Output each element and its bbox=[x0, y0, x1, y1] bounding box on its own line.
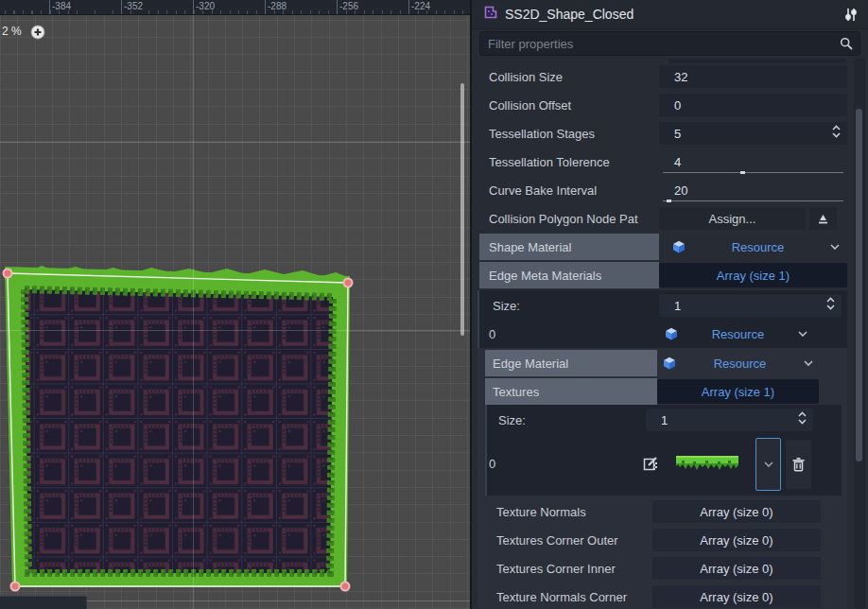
spin-updown-icon[interactable] bbox=[831, 125, 842, 142]
property-label: Collision Offset bbox=[479, 98, 659, 113]
slider-grabber[interactable] bbox=[740, 171, 745, 174]
property-row: Tessellation Stages 5 bbox=[479, 120, 847, 147]
resource-cube-icon bbox=[672, 240, 686, 253]
tune-icon bbox=[843, 7, 859, 23]
filter-properties-box bbox=[479, 31, 860, 56]
texture-item-row: 0 bbox=[479, 433, 847, 494]
property-row: Texture Normals Corner Array (size 0) bbox=[479, 583, 847, 609]
trash-icon bbox=[791, 457, 806, 472]
property-row: Collision Polygon Node Pat Assign... bbox=[479, 205, 847, 232]
textures-size-field[interactable]: 1 bbox=[646, 409, 813, 431]
2d-viewport[interactable]: -384 -352 -320 -288 -256 -224 2 % bbox=[0, 0, 470, 609]
array-item-row: 0 Resource bbox=[479, 321, 847, 347]
ruler-label: -352 bbox=[124, 1, 143, 11]
edge-material-resource-dropdown[interactable]: Resource bbox=[657, 357, 819, 371]
array-size-label: Size: bbox=[479, 413, 646, 427]
grid-major-line bbox=[0, 330, 470, 331]
canvas-grid[interactable]: 2 % bbox=[0, 15, 470, 609]
viewport-vertical-scrollbar[interactable] bbox=[460, 83, 464, 336]
slider-grabber[interactable] bbox=[667, 200, 671, 202]
resource-cube-icon bbox=[663, 357, 676, 370]
edit-texture-icon bbox=[643, 456, 659, 472]
texture-normals-corner-array-button[interactable]: Array (size 0) bbox=[652, 585, 821, 608]
textures-corner-outer-array-button[interactable]: Array (size 0) bbox=[652, 529, 821, 551]
tessellation-tolerence-field[interactable]: 4 bbox=[659, 150, 847, 173]
spin-updown-icon[interactable] bbox=[825, 297, 836, 314]
edit-texture-button[interactable] bbox=[643, 456, 659, 476]
textures-corner-inner-array-button[interactable]: Array (size 0) bbox=[652, 557, 821, 580]
chevron-down-icon bbox=[764, 461, 773, 467]
ruler-label: -288 bbox=[268, 1, 286, 11]
inspector-header: SS2D_Shape_Closed bbox=[472, 0, 868, 29]
bottom-panel-corner bbox=[0, 596, 87, 609]
assign-node-path-button[interactable]: Assign... bbox=[659, 207, 806, 230]
ruler-label: -256 bbox=[339, 1, 358, 11]
property-row: Textures Array (size 1) bbox=[479, 378, 847, 405]
chevron-down-icon bbox=[804, 360, 813, 366]
texture-options-dropdown[interactable] bbox=[755, 438, 781, 491]
textures-array-button[interactable]: Array (size 1) bbox=[657, 379, 819, 404]
property-row: Texture Normals Array (size 0) bbox=[479, 498, 847, 525]
property-label: Tessellation Stages bbox=[479, 127, 659, 141]
property-label: Textures Corner Outer bbox=[479, 533, 652, 548]
property-label: Collision Polygon Node Pat bbox=[479, 212, 659, 226]
array-index-label: 0 bbox=[479, 457, 659, 471]
array-index-label: 0 bbox=[479, 327, 659, 341]
pick-node-path-button[interactable] bbox=[809, 207, 837, 230]
collision-offset-field[interactable]: 0 bbox=[659, 94, 847, 116]
horizontal-ruler: -384 -352 -320 -288 -256 -224 bbox=[0, 0, 470, 15]
array-size-row: Size: 1 bbox=[479, 292, 847, 319]
tessellation-stages-field[interactable]: 5 bbox=[659, 122, 847, 145]
delete-texture-button[interactable] bbox=[786, 440, 811, 489]
property-label: Shape Material bbox=[479, 234, 659, 260]
edge-meta-size-field[interactable]: 1 bbox=[659, 294, 842, 317]
ruler-label: -384 bbox=[52, 1, 71, 11]
property-row: Edge Meta Materials Array (size 1) bbox=[479, 262, 847, 288]
point-handle-bottom-left[interactable] bbox=[11, 583, 20, 591]
ss2d-shape[interactable] bbox=[0, 246, 361, 600]
property-label: Edge Material bbox=[485, 350, 657, 376]
node-path-pick-icon bbox=[817, 213, 829, 225]
property-row: Shape Material Resource bbox=[479, 234, 847, 260]
property-row: Collision Size 32 bbox=[479, 63, 847, 90]
property-row: Curve Bake Interval 20 bbox=[479, 177, 847, 203]
shape-fill-texture bbox=[25, 289, 333, 573]
slider-track[interactable] bbox=[663, 172, 843, 173]
collision-size-field[interactable]: 32 bbox=[659, 65, 847, 88]
property-label: Textures Corner Inner bbox=[479, 562, 652, 576]
property-row: Collision Offset 0 bbox=[479, 92, 847, 118]
shape-material-resource-dropdown[interactable]: Resource bbox=[659, 240, 847, 254]
property-row: Textures Corner Outer Array (size 0) bbox=[479, 527, 847, 553]
property-label: Edge Meta Materials bbox=[479, 262, 659, 288]
edge-meta-item-resource-dropdown[interactable]: Resource bbox=[659, 327, 847, 341]
grass-texture-thumbnail bbox=[676, 453, 738, 474]
chevron-down-icon bbox=[798, 331, 807, 337]
inspector-tools-button[interactable] bbox=[843, 7, 859, 23]
property-label: Collision Size bbox=[479, 70, 659, 84]
property-label: Textures bbox=[485, 378, 657, 405]
texture-preview[interactable] bbox=[676, 453, 738, 478]
resource-cube-icon bbox=[665, 327, 678, 340]
ss2d-shape-icon bbox=[483, 5, 498, 24]
chevron-down-icon bbox=[830, 244, 840, 250]
slider-track[interactable] bbox=[663, 200, 843, 201]
property-label: Texture Normals bbox=[479, 505, 652, 519]
curve-bake-interval-field[interactable]: 20 bbox=[659, 179, 847, 201]
search-icon bbox=[840, 37, 853, 50]
texture-normals-array-button[interactable]: Array (size 0) bbox=[652, 500, 821, 523]
point-handle-bottom-right[interactable] bbox=[341, 583, 350, 591]
point-handle-top-left[interactable] bbox=[4, 270, 12, 278]
property-row: Textures Corner Inner Array (size 0) bbox=[479, 555, 847, 582]
array-size-label: Size: bbox=[479, 299, 659, 313]
point-handle-top-right[interactable] bbox=[344, 279, 353, 287]
filter-properties-input[interactable] bbox=[480, 37, 840, 51]
zoom-percent-button[interactable]: 2 % bbox=[2, 25, 22, 38]
spin-updown-icon[interactable] bbox=[797, 411, 807, 428]
inspector-scrollbar-thumb[interactable] bbox=[856, 109, 862, 461]
array-size-row: Size: 1 bbox=[479, 407, 847, 433]
inspector-panel: SS2D_Shape_Closed Collision Size 32 Coll… bbox=[470, 0, 868, 609]
grid-major-line bbox=[0, 142, 470, 143]
edge-meta-materials-array-button[interactable]: Array (size 1) bbox=[659, 263, 847, 287]
property-row: Edge Material Resource bbox=[479, 350, 847, 376]
inspected-object-title: SS2D_Shape_Closed bbox=[505, 7, 634, 22]
